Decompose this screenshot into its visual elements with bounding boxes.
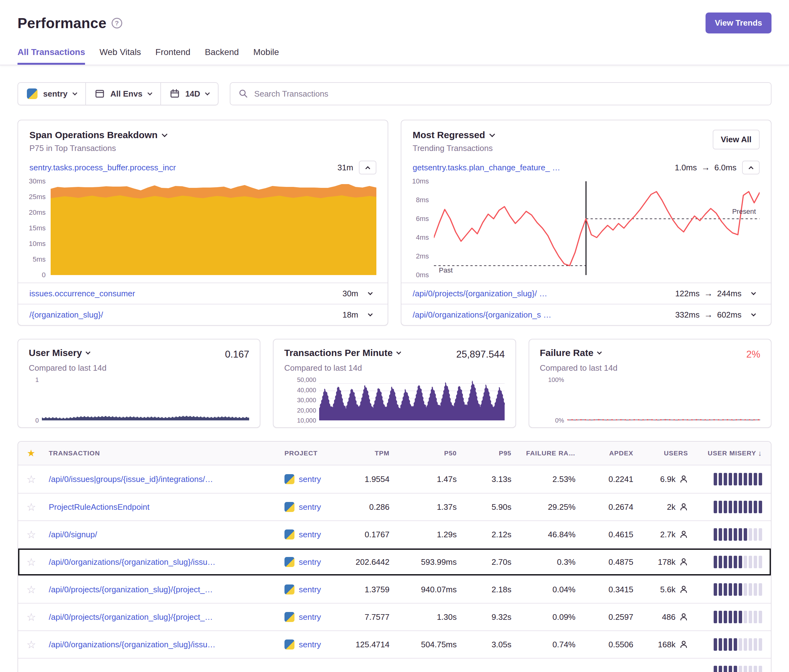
tpm-cell: 7.7577 <box>344 612 399 622</box>
transaction-link[interactable]: /api/0/projects/{organization_slug}/{pro… <box>49 585 276 594</box>
table-row[interactable]: ☆ /api/0/projects/{organization_slug}/{p… <box>18 603 771 630</box>
star-icon[interactable]: ☆ <box>27 612 36 622</box>
project-link[interactable]: sentry <box>299 474 321 484</box>
project-link[interactable]: sentry <box>299 557 321 567</box>
transaction-link[interactable]: ProjectRuleActionsEndpoint <box>49 502 276 512</box>
search-input[interactable] <box>254 89 763 99</box>
tab-mobile[interactable]: Mobile <box>253 47 279 65</box>
help-icon[interactable]: ? <box>112 18 122 29</box>
span-op-link[interactable]: /{organization_slug}/ <box>29 310 103 320</box>
project-link[interactable]: sentry <box>299 502 321 512</box>
span-op-link[interactable]: sentry.tasks.process_buffer.process_incr <box>29 163 176 172</box>
table-row[interactable] <box>18 658 771 672</box>
column-header-apdex[interactable]: APDEX <box>585 449 643 457</box>
calendar-icon <box>170 89 180 99</box>
most-regressed-dropdown[interactable]: Most Regressed <box>413 130 494 140</box>
regression-to: 602ms <box>717 310 741 320</box>
table-body: ☆ /api/0/issues|groups/{issue_id}/integr… <box>18 465 771 672</box>
panel-title: Span Operations Breakdown <box>29 130 158 140</box>
column-header-project[interactable]: PROJECT <box>280 449 344 457</box>
project-link[interactable]: sentry <box>299 640 321 650</box>
star-icon[interactable]: ☆ <box>27 584 36 595</box>
transaction-link[interactable]: /api/0/signup/ <box>49 530 276 540</box>
project-filter[interactable]: sentry <box>18 83 85 105</box>
stats-row: User Misery 0.167 Compared to last 14d 1… <box>18 339 771 428</box>
transaction-link[interactable]: /api/0/projects/{organization_slug}/ … <box>413 289 547 298</box>
tab-backend[interactable]: Backend <box>205 47 239 65</box>
chevron-up-icon <box>748 166 753 171</box>
apdex-cell: 0.3415 <box>585 585 643 594</box>
user-misery-bars <box>714 556 762 568</box>
transaction-link[interactable]: getsentry.tasks.plan_change_feature_ … <box>413 163 560 172</box>
expand-button[interactable] <box>747 314 760 316</box>
p50-cell: 1.30s <box>399 612 466 622</box>
view-trends-button[interactable]: View Trends <box>706 13 771 34</box>
column-header-failure-rate[interactable]: FAILURE RA… <box>521 449 585 457</box>
project-icon <box>284 502 294 512</box>
star-icon[interactable]: ☆ <box>27 557 36 567</box>
star-header-icon[interactable]: ★ <box>27 449 36 458</box>
expand-button[interactable] <box>364 314 376 316</box>
tab-web-vitals[interactable]: Web Vitals <box>99 47 141 65</box>
column-header-p95[interactable]: P95 <box>466 449 521 457</box>
column-header-transaction[interactable]: TRANSACTION <box>45 449 280 457</box>
transaction-link[interactable]: /api/0/projects/{organization_slug}/{pro… <box>49 612 276 622</box>
star-icon[interactable]: ☆ <box>27 529 36 540</box>
view-all-button[interactable]: View All <box>713 130 760 149</box>
column-header-p50[interactable]: P50 <box>399 449 466 457</box>
column-header-tpm[interactable]: TPM <box>344 449 399 457</box>
transaction-link[interactable]: /api/0/organizations/{organization_s … <box>413 310 551 320</box>
axis-tick: 15ms <box>29 224 46 232</box>
failure-rate-chart <box>567 380 760 420</box>
user-misery-chart-wrap: 10 <box>29 380 249 420</box>
stat-title: User Misery <box>29 348 82 358</box>
table-row[interactable]: ☆ /api/0/projects/{organization_slug}/{p… <box>18 575 771 603</box>
tab-frontend[interactable]: Frontend <box>155 47 190 65</box>
page-filter-group: sentry All Envs 14D <box>18 82 219 105</box>
tpm-value: 25,897.544 <box>457 349 505 360</box>
users-value: 486 <box>662 612 676 622</box>
tpm-dropdown[interactable]: Transactions Per Minute <box>284 348 401 358</box>
column-header-user-misery[interactable]: USER MISERY ↓ <box>697 449 771 458</box>
span-op-link[interactable]: issues.occurrence_consumer <box>29 289 135 298</box>
user-icon <box>679 530 688 539</box>
apdex-cell: 0.5506 <box>585 640 643 650</box>
project-filter-label: sentry <box>43 89 67 99</box>
expand-button[interactable] <box>747 293 760 294</box>
chevron-down-icon <box>597 350 602 354</box>
tab-all-transactions[interactable]: All Transactions <box>18 47 85 65</box>
failure-rate-cell: 29.25% <box>521 502 585 512</box>
project-link[interactable]: sentry <box>299 585 321 594</box>
table-row[interactable]: ☆ ProjectRuleActionsEndpoint sentry 0.28… <box>18 493 771 520</box>
table-row[interactable]: ☆ /api/0/organizations/{organization_slu… <box>18 630 771 658</box>
collapse-button[interactable] <box>359 161 376 174</box>
table-row[interactable]: ☆ /api/0/issues|groups/{issue_id}/integr… <box>18 465 771 493</box>
environment-filter[interactable]: All Envs <box>85 83 160 105</box>
project-link[interactable]: sentry <box>299 530 321 540</box>
chevron-down-icon <box>161 131 167 137</box>
expand-button[interactable] <box>364 293 376 294</box>
arrow-right-icon: → <box>701 163 710 172</box>
regression-to: 244ms <box>717 289 741 298</box>
axis-tick: 30ms <box>29 177 46 185</box>
star-icon[interactable]: ☆ <box>27 502 36 512</box>
y-axis: 50,00040,00030,00020,00010,000 <box>284 380 319 420</box>
table-row[interactable]: ☆ /api/0/organizations/{organization_slu… <box>18 548 771 575</box>
failure-rate-dropdown[interactable]: Failure Rate <box>540 348 601 358</box>
users-cell: 2k <box>643 502 697 512</box>
project-link[interactable]: sentry <box>299 612 321 622</box>
axis-tick: 6ms <box>416 215 429 223</box>
transaction-link[interactable]: /api/0/issues|groups/{issue_id}/integrat… <box>49 474 276 484</box>
star-icon[interactable]: ☆ <box>27 639 36 650</box>
star-icon[interactable]: ☆ <box>27 474 36 484</box>
user-misery-dropdown[interactable]: User Misery <box>29 348 90 358</box>
collapse-button[interactable] <box>742 161 760 174</box>
date-range-filter[interactable]: 14D <box>160 83 218 105</box>
axis-tick: 10,000 <box>297 417 316 424</box>
span-operations-dropdown[interactable]: Span Operations Breakdown <box>29 130 167 140</box>
y-axis: 100%0% <box>540 380 567 420</box>
table-row[interactable]: ☆ /api/0/signup/ sentry 0.1767 1.29s 2.1… <box>18 520 771 548</box>
transaction-link[interactable]: /api/0/organizations/{organization_slug}… <box>49 640 276 650</box>
column-header-users[interactable]: USERS <box>643 449 697 457</box>
transaction-link[interactable]: /api/0/organizations/{organization_slug}… <box>49 557 276 567</box>
